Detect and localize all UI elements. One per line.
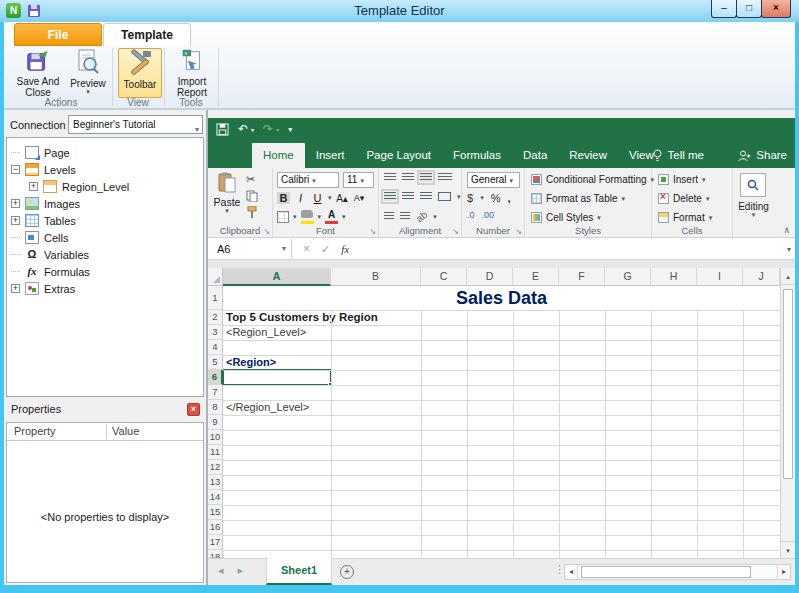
column-header-f[interactable]: F xyxy=(559,268,605,286)
close-button[interactable]: × xyxy=(761,0,791,18)
row-header-8[interactable]: 8 xyxy=(208,400,223,415)
row-header-5[interactable]: 5 xyxy=(208,355,223,370)
redo-icon[interactable]: ↷ xyxy=(263,122,273,136)
scroll-left-icon[interactable]: ◂ xyxy=(565,565,578,579)
sheet-prev-icon[interactable]: ◂ xyxy=(218,564,224,577)
scroll-right-icon[interactable]: ▸ xyxy=(777,565,790,579)
paste-button[interactable]: Paste ▾ xyxy=(212,172,242,214)
formula-input[interactable] xyxy=(368,239,779,259)
vertical-scroll-thumb[interactable] xyxy=(783,289,793,479)
add-sheet-icon[interactable]: + xyxy=(340,565,354,579)
copy-icon[interactable] xyxy=(246,190,258,202)
row-header-13[interactable]: 13 xyxy=(208,475,223,490)
editing-group-button[interactable]: Editing ▾ xyxy=(733,201,774,218)
currency-dropdown-icon[interactable]: ▾ xyxy=(480,195,484,201)
tree-item-page[interactable]: Page xyxy=(7,144,203,161)
sheet-tab-sheet1[interactable]: Sheet1 xyxy=(266,558,332,585)
excel-tab-home[interactable]: Home xyxy=(252,143,305,168)
formula-bar-expand-icon[interactable]: ▾ xyxy=(787,245,791,254)
alignment-launcher-icon[interactable]: ↘ xyxy=(452,227,459,236)
excel-tab-insert[interactable]: Insert xyxy=(305,143,356,168)
minimize-button[interactable]: – xyxy=(711,0,737,18)
scroll-down-icon[interactable]: ▾ xyxy=(781,541,795,558)
name-box-dropdown-icon[interactable]: ▾ xyxy=(282,239,286,259)
row-header-2[interactable]: 2 xyxy=(208,310,223,325)
horizontal-scroll-thumb[interactable] xyxy=(581,566,751,578)
cells-area[interactable]: Sales Data Top 5 Customers by Region <Re… xyxy=(223,286,780,558)
wrap-text-icon[interactable] xyxy=(438,173,452,182)
align-left-icon[interactable] xyxy=(384,192,396,201)
maximize-button[interactable]: □ xyxy=(736,0,762,18)
sheet-next-icon[interactable]: ▸ xyxy=(238,564,244,577)
excel-tab-review[interactable]: Review xyxy=(558,143,618,168)
insert-cells-button[interactable]: Insert ▾ xyxy=(658,174,706,185)
select-all-corner[interactable] xyxy=(208,268,223,286)
column-header-h[interactable]: H xyxy=(651,268,697,286)
column-header-d[interactable]: D xyxy=(467,268,513,286)
tree-item-region_level[interactable]: +Region_Level xyxy=(7,178,203,195)
underline-button[interactable]: U xyxy=(311,192,324,204)
import-report-button[interactable]: x Import Report xyxy=(168,48,216,98)
merge-dropdown-icon[interactable]: ▾ xyxy=(457,194,461,200)
align-middle-icon[interactable] xyxy=(402,173,414,182)
selected-cell-a6[interactable] xyxy=(223,369,332,386)
excel-save-icon[interactable] xyxy=(216,123,229,136)
currency-icon[interactable]: $ xyxy=(467,192,473,204)
grow-font-button[interactable]: A▴ xyxy=(336,193,349,204)
decrease-decimal-icon[interactable]: .00 xyxy=(482,210,495,220)
qat-customize-icon[interactable]: ▾ xyxy=(288,125,292,134)
row-header-17[interactable]: 17 xyxy=(208,535,223,550)
row-header-11[interactable]: 11 xyxy=(208,445,223,460)
column-header-g[interactable]: G xyxy=(605,268,651,286)
cut-icon[interactable]: ✂ xyxy=(246,173,258,186)
shrink-font-button[interactable]: A▾ xyxy=(353,193,366,203)
row-header-7[interactable]: 7 xyxy=(208,385,223,400)
font-color-icon[interactable]: A xyxy=(325,210,338,224)
align-center-icon[interactable] xyxy=(402,192,414,201)
excel-tab-page-layout[interactable]: Page Layout xyxy=(355,143,442,168)
font-family-select[interactable]: Calibri▾ xyxy=(277,172,339,188)
tree-expander-icon[interactable]: + xyxy=(11,284,20,293)
italic-button[interactable]: I xyxy=(294,192,307,204)
row-header-12[interactable]: 12 xyxy=(208,460,223,475)
row-header-4[interactable]: 4 xyxy=(208,340,223,355)
vertical-scrollbar[interactable]: ▴ ▾ xyxy=(780,268,795,558)
tree-item-formulas[interactable]: fxFormulas xyxy=(7,263,203,280)
decrease-indent-icon[interactable] xyxy=(384,212,394,221)
save-and-close-button[interactable]: Save And Close xyxy=(12,48,64,98)
undo-dropdown-icon[interactable]: ▾ xyxy=(251,126,254,133)
font-color-dropdown-icon[interactable]: ▾ xyxy=(342,214,346,220)
fill-color-icon[interactable] xyxy=(301,210,314,224)
toolbar-button[interactable]: Toolbar xyxy=(118,48,162,98)
tree-expander-icon[interactable]: − xyxy=(11,165,20,174)
borders-icon[interactable] xyxy=(277,211,289,223)
excel-tab-formulas[interactable]: Formulas xyxy=(442,143,512,168)
tree-item-levels[interactable]: −Levels xyxy=(7,161,203,178)
cell-styles-button[interactable]: Cell Styles ▾ xyxy=(531,212,601,223)
tree-item-tables[interactable]: +Tables xyxy=(7,212,203,229)
underline-dropdown-icon[interactable]: ▾ xyxy=(328,195,332,201)
column-header-i[interactable]: I xyxy=(697,268,743,286)
fill-dropdown-icon[interactable]: ▾ xyxy=(318,214,322,220)
number-launcher-icon[interactable]: ↘ xyxy=(515,227,522,236)
ribbon-collapse-icon[interactable]: ∧ xyxy=(783,225,790,235)
share-button[interactable]: Share xyxy=(738,143,787,168)
row-header-9[interactable]: 9 xyxy=(208,415,223,430)
tree-expander-icon[interactable]: + xyxy=(11,199,20,208)
tellme-tab[interactable]: Tell me xyxy=(641,143,715,168)
column-header-e[interactable]: E xyxy=(513,268,559,286)
percent-icon[interactable]: % xyxy=(491,192,501,204)
align-bottom-icon[interactable] xyxy=(420,173,432,182)
tab-file[interactable]: File xyxy=(14,23,102,46)
connection-select[interactable]: Beginner's Tutorial Connection ▾ xyxy=(68,115,203,134)
name-box[interactable]: A6 ▾ xyxy=(210,239,292,259)
tree-expander-icon[interactable]: + xyxy=(29,182,38,191)
tab-template[interactable]: Template xyxy=(103,23,191,46)
format-painter-icon[interactable] xyxy=(246,206,258,218)
bold-button[interactable]: B xyxy=(277,192,290,204)
undo-icon[interactable]: ↶ xyxy=(238,122,248,136)
column-header-a[interactable]: A xyxy=(223,268,331,286)
font-size-select[interactable]: 11▾ xyxy=(343,172,374,188)
row-header-16[interactable]: 16 xyxy=(208,520,223,535)
increase-decimal-icon[interactable]: .0 xyxy=(467,210,475,220)
